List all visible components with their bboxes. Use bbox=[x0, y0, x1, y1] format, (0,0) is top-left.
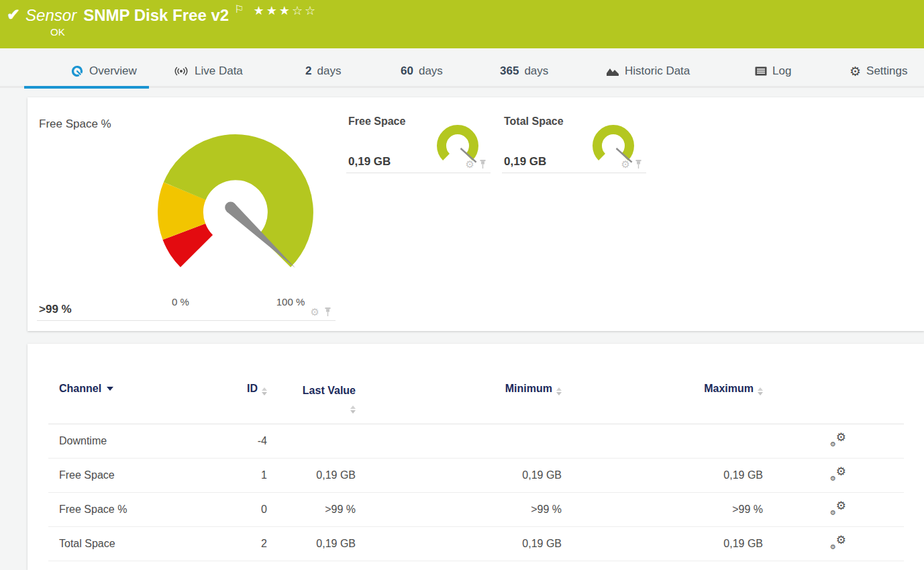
tab-365-days-label: days bbox=[524, 64, 548, 78]
sort-desc-icon[interactable] bbox=[107, 387, 113, 391]
channel-settings-icon[interactable]: ⚙⚙ bbox=[830, 467, 846, 481]
tab-60-days-label: days bbox=[419, 64, 443, 78]
channel-settings-icon[interactable]: ⚙⚙ bbox=[830, 535, 846, 550]
gauge-value: 0,19 GB bbox=[504, 155, 546, 169]
col-header-id[interactable]: ID bbox=[227, 383, 267, 395]
tab-bar: Overview Live Data 2 days 60 days 365 da… bbox=[0, 48, 924, 90]
channel-table-body: Downtime -4 ⚙⚙ Free Space 1 0,19 GB 0,19… bbox=[48, 424, 904, 561]
area-chart-icon bbox=[606, 66, 619, 77]
flag-icon[interactable]: ⚐ bbox=[234, 4, 244, 15]
status-check-icon: ✔ bbox=[7, 5, 20, 24]
tab-365-days-number: 365 bbox=[500, 64, 519, 78]
tab-settings-label: Settings bbox=[866, 64, 907, 78]
object-kind-label: Sensor bbox=[25, 5, 76, 26]
gauge-value: 0,19 GB bbox=[348, 155, 391, 169]
tab-overview[interactable]: Overview bbox=[70, 64, 137, 78]
channel-minimum: 0,19 GB bbox=[356, 538, 562, 550]
channel-id: 2 bbox=[227, 538, 267, 550]
gauge-tile-free-space: Free Space 0,19 GB ⚙ bbox=[346, 111, 491, 173]
tab-60-days[interactable]: 60 days bbox=[401, 64, 443, 78]
sensor-title: SNMP Disk Free v2 bbox=[83, 5, 229, 26]
channel-row: Free Space 1 0,19 GB 0,19 GB 0,19 GB ⚙⚙ bbox=[48, 459, 904, 493]
tab-log-label: Log bbox=[772, 64, 791, 78]
sort-icon[interactable] bbox=[262, 387, 267, 395]
channel-id: -4 bbox=[227, 435, 267, 447]
free-space-pct-gauge bbox=[37, 111, 336, 321]
tile-pin-icon[interactable] bbox=[324, 307, 331, 317]
gauge-segment-red bbox=[184, 232, 197, 251]
tab-settings[interactable]: ⚙ Settings bbox=[850, 64, 907, 78]
tab-overview-label: Overview bbox=[89, 64, 137, 78]
channel-settings-icon[interactable]: ⚙⚙ bbox=[830, 501, 846, 516]
tile-pin-icon[interactable] bbox=[479, 160, 486, 169]
active-tab-underline bbox=[24, 86, 149, 89]
settings-gear-icon: ⚙ bbox=[850, 65, 861, 78]
gauge-min-label: 0 % bbox=[160, 296, 201, 307]
channel-maximum: >99 % bbox=[562, 504, 763, 516]
col-header-minimum[interactable]: Minimum bbox=[356, 383, 562, 395]
gauge-icon bbox=[70, 64, 84, 78]
tab-2-days-number: 2 bbox=[305, 64, 311, 78]
channel-minimum: 0,19 GB bbox=[356, 469, 562, 481]
sort-icon[interactable] bbox=[556, 387, 562, 395]
tab-live-data[interactable]: Live Data bbox=[173, 64, 243, 78]
log-list-icon bbox=[755, 66, 767, 76]
channel-table-header: Channel ID Last Value Minimum Maximum bbox=[48, 376, 904, 424]
channel-last-value: >99 % bbox=[267, 504, 356, 516]
sort-icon[interactable] bbox=[350, 406, 356, 414]
tab-365-days[interactable]: 365 days bbox=[500, 64, 548, 78]
gauge-value: >99 % bbox=[39, 303, 72, 316]
channel-row: Downtime -4 ⚙⚙ bbox=[48, 424, 904, 459]
channel-name: Free Space bbox=[59, 469, 227, 481]
tab-log[interactable]: Log bbox=[755, 64, 791, 78]
tile-gear-icon[interactable]: ⚙ bbox=[466, 159, 474, 169]
priority-stars[interactable]: ★★★☆☆ bbox=[254, 3, 318, 18]
channel-maximum: 0,19 GB bbox=[562, 538, 763, 550]
tab-2-days[interactable]: 2 days bbox=[305, 64, 341, 78]
channel-row: Total Space 2 0,19 GB 0,19 GB 0,19 GB ⚙⚙ bbox=[48, 527, 904, 561]
tab-historic-data[interactable]: Historic Data bbox=[606, 64, 690, 78]
gauge-segment-yellow bbox=[181, 191, 185, 232]
tile-pin-icon[interactable] bbox=[635, 160, 642, 169]
stars-empty[interactable]: ☆☆ bbox=[292, 4, 317, 17]
channel-minimum: >99 % bbox=[356, 504, 562, 516]
channel-name: Total Space bbox=[59, 538, 227, 550]
channel-last-value: 0,19 GB bbox=[267, 469, 356, 481]
channel-row: Free Space % 0 >99 % >99 % >99 % ⚙⚙ bbox=[48, 493, 904, 527]
stars-filled[interactable]: ★★★ bbox=[254, 4, 292, 17]
sort-icon[interactable] bbox=[758, 387, 763, 395]
tab-live-data-label: Live Data bbox=[195, 64, 243, 78]
channel-maximum: 0,19 GB bbox=[562, 469, 763, 481]
sensor-status-text: OK bbox=[50, 26, 65, 38]
gauge-arc bbox=[442, 130, 474, 157]
channel-table-card: Channel ID Last Value Minimum Maximum Do… bbox=[28, 344, 924, 570]
channel-name: Free Space % bbox=[59, 504, 227, 516]
tile-gear-icon[interactable]: ⚙ bbox=[311, 307, 319, 317]
col-header-last-value[interactable]: Last Value bbox=[267, 383, 356, 415]
col-header-maximum[interactable]: Maximum bbox=[562, 383, 763, 395]
channel-id: 0 bbox=[227, 504, 267, 516]
channel-id: 1 bbox=[227, 469, 267, 481]
channel-last-value: 0,19 GB bbox=[267, 538, 356, 550]
gauge-tile-free-space-pct: Free Space % 0 % 100 % >99 % ⚙ bbox=[37, 111, 336, 321]
channel-settings-icon[interactable]: ⚙⚙ bbox=[830, 432, 846, 447]
channel-table: Channel ID Last Value Minimum Maximum Do… bbox=[48, 344, 904, 561]
live-data-icon bbox=[173, 64, 189, 78]
overview-gauges-card: Free Space % 0 % 100 % >99 % ⚙ Free Spac… bbox=[28, 97, 924, 331]
channel-name: Downtime bbox=[59, 435, 227, 447]
gauge-max-label: 100 % bbox=[270, 296, 311, 307]
tile-gear-icon[interactable]: ⚙ bbox=[621, 159, 630, 169]
sensor-header: ✔ Sensor SNMP Disk Free v2 ⚐ ★★★☆☆ OK bbox=[0, 0, 924, 48]
col-header-channel[interactable]: Channel bbox=[59, 383, 227, 395]
tab-historic-data-label: Historic Data bbox=[625, 64, 690, 78]
tab-2-days-label: days bbox=[317, 64, 341, 78]
tab-60-days-number: 60 bbox=[401, 64, 413, 78]
gauge-arc bbox=[597, 130, 629, 157]
gauge-tile-total-space: Total Space 0,19 GB ⚙ bbox=[502, 111, 646, 173]
